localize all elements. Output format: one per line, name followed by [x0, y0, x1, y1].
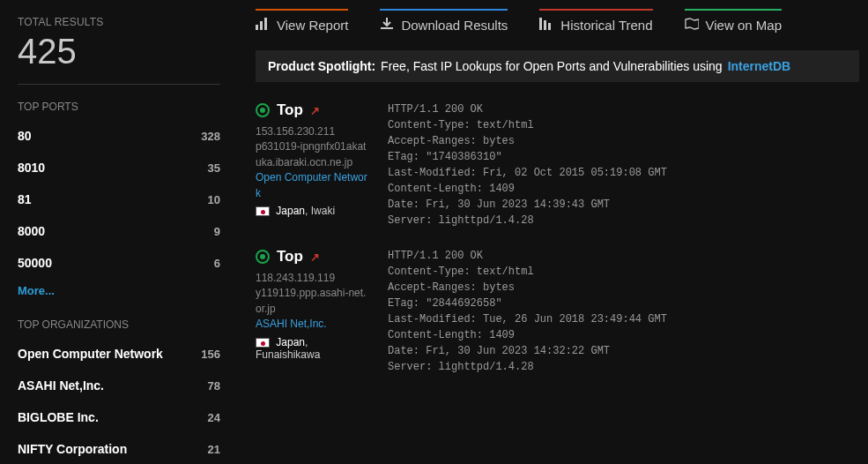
port-item[interactable]: 8010 35	[18, 155, 220, 180]
tab-historical-trend[interactable]: Historical Trend	[539, 9, 652, 33]
top-orgs-list: Open Computer Network 156 ASAHI Net,Inc.…	[18, 341, 220, 464]
result-hostname: y119119.ppp.asahi-net.or.jp	[256, 286, 370, 317]
org-count: 24	[208, 411, 220, 424]
port-item[interactable]: 80 328	[18, 123, 220, 148]
result-country: Japan	[276, 336, 305, 348]
port-count: 6	[214, 257, 220, 270]
port-count: 10	[208, 193, 220, 206]
result-hostname: p631019-ipngnfx01akatuka.ibaraki.ocn.ne.…	[256, 139, 370, 170]
port-item[interactable]: 81 10	[18, 187, 220, 212]
tab-view-report[interactable]: View Report	[256, 9, 348, 33]
spotlight-label: Product Spotlight:	[268, 59, 375, 73]
port-value: 8000	[18, 224, 45, 238]
result-headers: HTTP/1.1 200 OK Content-Type: text/html …	[388, 101, 667, 228]
result-item: Top ↗ 118.243.119.119 y119119.ppp.asahi-…	[256, 248, 859, 375]
result-org-link[interactable]: Open Computer Network	[256, 171, 367, 198]
external-link-icon[interactable]: ↗	[310, 251, 320, 264]
org-value: NIFTY Corporation	[18, 442, 127, 456]
port-value: 80	[18, 129, 32, 143]
trend-icon	[539, 18, 553, 33]
map-icon	[685, 18, 699, 33]
org-item[interactable]: Open Computer Network 156	[18, 341, 220, 366]
org-item[interactable]: NIFTY Corporation 21	[18, 437, 220, 461]
flag-japan-icon	[256, 206, 270, 216]
spotlight-text: Free, Fast IP Lookups for Open Ports and…	[381, 59, 723, 73]
result-ip: 118.243.119.119	[256, 271, 370, 286]
result-headers: HTTP/1.1 200 OK Content-Type: text/html …	[388, 248, 667, 375]
result-city: Iwaki	[311, 205, 335, 217]
tab-label: View Report	[277, 18, 348, 33]
svg-rect-1	[260, 21, 263, 30]
tabs: View Report Download Results Historical …	[256, 9, 859, 33]
result-item: Top ↗ 153.156.230.211 p631019-ipngnfx01a…	[256, 101, 859, 228]
port-count: 328	[201, 130, 220, 143]
top-orgs-title: TOP ORGANIZATIONS	[18, 318, 220, 331]
org-value: BIGLOBE Inc.	[18, 410, 99, 424]
tab-download-results[interactable]: Download Results	[380, 9, 508, 33]
target-icon	[256, 103, 270, 117]
ports-more-link[interactable]: More...	[18, 284, 55, 297]
org-value: ASAHI Net,Inc.	[18, 378, 104, 393]
result-country: Japan	[276, 205, 305, 217]
svg-rect-5	[548, 23, 551, 30]
port-count: 9	[214, 225, 220, 238]
svg-rect-2	[264, 18, 267, 30]
tab-view-on-map[interactable]: View on Map	[685, 9, 782, 33]
external-link-icon[interactable]: ↗	[310, 104, 320, 117]
bar-chart-icon	[256, 18, 270, 33]
product-spotlight-banner: Product Spotlight: Free, Fast IP Lookups…	[256, 50, 859, 82]
target-icon	[256, 250, 270, 264]
org-item[interactable]: BIGLOBE Inc. 24	[18, 405, 220, 430]
tab-label: View on Map	[706, 18, 782, 33]
result-title[interactable]: Top	[277, 101, 303, 119]
svg-rect-3	[539, 18, 542, 30]
comma: ,	[305, 205, 311, 217]
org-item[interactable]: ASAHI Net,Inc. 78	[18, 373, 220, 398]
tab-label: Historical Trend	[560, 18, 652, 33]
comma: ,	[305, 336, 308, 348]
divider	[18, 84, 220, 85]
org-value: Open Computer Network	[18, 347, 163, 361]
svg-rect-0	[256, 25, 258, 30]
org-count: 78	[208, 379, 220, 393]
port-item[interactable]: 8000 9	[18, 219, 220, 243]
top-ports-list: 80 328 8010 35 81 10 8000 9 50000 6	[18, 123, 220, 275]
org-count: 21	[208, 443, 220, 456]
port-item[interactable]: 50000 6	[18, 251, 220, 275]
result-ip: 153.156.230.211	[256, 124, 370, 139]
port-value: 81	[18, 192, 32, 206]
flag-japan-icon	[256, 338, 270, 348]
download-icon	[380, 18, 394, 33]
result-org-link[interactable]: ASAHI Net,Inc.	[256, 318, 327, 330]
port-value: 50000	[18, 256, 52, 270]
spotlight-link[interactable]: InternetDB	[728, 59, 791, 73]
total-results-count: 425	[18, 32, 220, 71]
top-ports-title: TOP PORTS	[18, 101, 220, 113]
result-city: Funaishikawa	[256, 348, 320, 361]
result-title[interactable]: Top	[277, 248, 303, 266]
org-count: 156	[201, 348, 220, 361]
total-results-label: TOTAL RESULTS	[18, 16, 220, 28]
port-count: 35	[208, 161, 220, 175]
port-value: 8010	[18, 161, 45, 175]
svg-rect-4	[544, 20, 546, 30]
tab-label: Download Results	[401, 18, 508, 33]
